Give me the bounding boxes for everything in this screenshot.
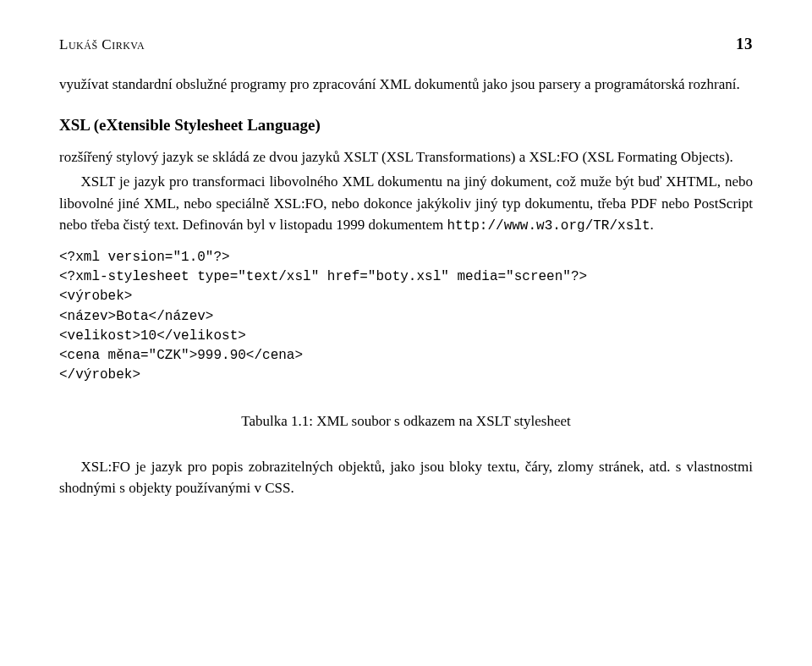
paragraph-3: XSL:FO je jazyk pro popis zobrazitelných… — [59, 456, 753, 499]
code-line-1: <?xml version="1.0"?> — [59, 250, 230, 265]
code-line-2: <?xml-stylesheet type="text/xsl" href="b… — [59, 269, 587, 284]
section-title: XSL (eXtensible Stylesheet Language) — [59, 113, 753, 138]
code-line-6: <cena měna="CZK">999.90</cena> — [59, 348, 303, 363]
code-listing: <?xml version="1.0"?> <?xml-stylesheet t… — [59, 248, 753, 385]
header-author: Lukáš Cirkva — [59, 34, 145, 56]
url-text: http://www.w3.org/TR/xslt — [447, 218, 650, 234]
code-line-3: <výrobek> — [59, 289, 132, 304]
code-line-5: <velikost>10</velikost> — [59, 328, 246, 344]
code-line-7: </výrobek> — [59, 367, 140, 383]
table-caption: Tabulka 1.1: XML soubor s odkazem na XSL… — [59, 410, 753, 432]
code-line-4: <název>Bota</název> — [59, 309, 213, 324]
page-header: Lukáš Cirkva 13 — [59, 32, 753, 57]
intro-paragraph: využívat standardní obslužné programy pr… — [59, 74, 753, 96]
paragraph-1: rozšířený stylový jazyk se skládá ze dvo… — [59, 146, 753, 168]
page-number: 13 — [736, 32, 753, 57]
paragraph-2-end: . — [650, 217, 653, 233]
paragraph-2: XSLT je jazyk pro transformaci libovolné… — [59, 171, 753, 236]
